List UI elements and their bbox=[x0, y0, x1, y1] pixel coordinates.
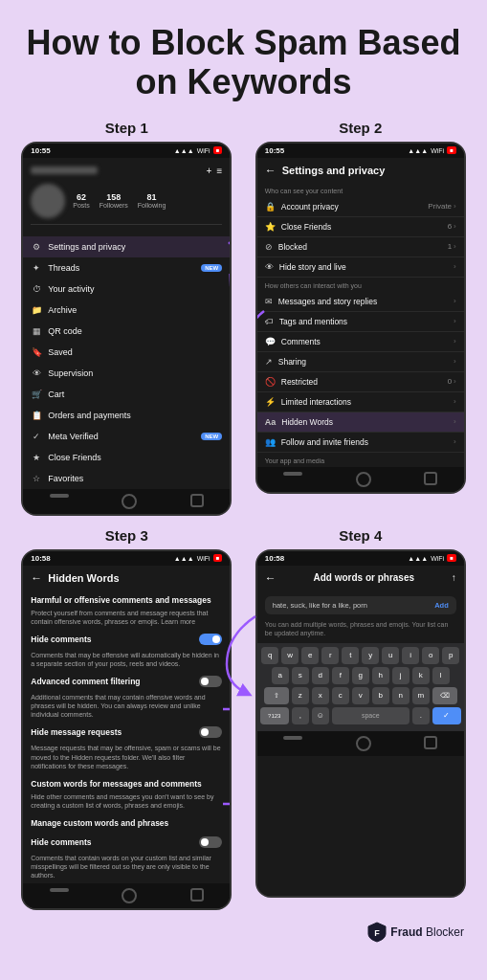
keywords-input[interactable]: hate, suck, like for a like, porn Add bbox=[265, 596, 456, 614]
hide-requests-lbl: Hide message requests bbox=[31, 727, 122, 737]
step4-label: Step 4 bbox=[339, 527, 382, 544]
key-period[interactable]: . bbox=[412, 707, 430, 724]
add-icon[interactable]: + bbox=[207, 166, 212, 176]
messages-item[interactable]: ✉ Messages and story replies › bbox=[257, 292, 464, 312]
kb-row-3: ⇧ z x c v b n m ⌫ bbox=[260, 687, 461, 704]
advanced-row: Advanced comment filtering bbox=[23, 672, 230, 691]
hide-requests-toggle[interactable] bbox=[199, 726, 222, 738]
back-arrow-4[interactable]: ← bbox=[265, 571, 277, 585]
key-numbers[interactable]: ?123 bbox=[260, 707, 289, 724]
key-x[interactable]: x bbox=[312, 687, 329, 704]
menu-archive[interactable]: 📁 Archive bbox=[23, 300, 230, 321]
nav-home-3[interactable] bbox=[122, 888, 137, 903]
restricted-icon: 🚫 bbox=[265, 377, 276, 387]
step2-phone: 10:55 ▲▲▲ WiFi ■ ← Settings and privacy … bbox=[255, 142, 466, 494]
menu-supervision-left: 👁 Supervision bbox=[31, 368, 93, 379]
key-backspace[interactable]: ⌫ bbox=[432, 687, 457, 704]
nav-home-4[interactable] bbox=[356, 736, 371, 751]
hide-comments2-toggle[interactable] bbox=[199, 836, 222, 848]
hide-story-item[interactable]: 👁 Hide story and live › bbox=[257, 257, 464, 278]
blocked-item[interactable]: ⊘ Blocked 1 › bbox=[257, 237, 464, 257]
key-m[interactable]: m bbox=[412, 687, 430, 704]
menu-settings[interactable]: ⚙ Settings and privacy bbox=[23, 236, 230, 257]
nav-recents[interactable] bbox=[190, 494, 204, 507]
hidden-words-item[interactable]: Aa Hidden Words › bbox=[257, 412, 464, 433]
hide-comments2-desc: Comments that contain words on your cust… bbox=[23, 852, 230, 883]
nav-home-2[interactable] bbox=[356, 472, 371, 487]
key-d[interactable]: d bbox=[312, 667, 329, 684]
key-e[interactable]: e bbox=[301, 647, 319, 664]
nav-recents-3[interactable] bbox=[190, 888, 204, 902]
key-l[interactable]: l bbox=[432, 667, 450, 684]
menu-meta-left: ✓ Meta Verified bbox=[31, 431, 99, 442]
key-z[interactable]: z bbox=[292, 687, 309, 704]
menu-meta[interactable]: ✓ Meta Verified NEW bbox=[23, 426, 230, 447]
blocked-val: 1 bbox=[448, 242, 452, 251]
account-privacy-item[interactable]: 🔒 Account privacy Private › bbox=[257, 197, 464, 217]
manage-link[interactable]: Manage custom words and phrases bbox=[23, 813, 230, 833]
key-a[interactable]: a bbox=[272, 667, 289, 684]
nav-back-2[interactable] bbox=[283, 472, 302, 476]
limited-item[interactable]: ⚡ Limited interactions › bbox=[257, 392, 464, 412]
back-arrow-2[interactable]: ← bbox=[265, 164, 277, 177]
add-button[interactable]: Add bbox=[434, 601, 449, 610]
tags-item[interactable]: 🏷 Tags and mentions › bbox=[257, 312, 464, 332]
menu-qr[interactable]: ▦ QR code bbox=[23, 321, 230, 342]
key-comma[interactable]: , bbox=[292, 707, 309, 724]
key-o[interactable]: o bbox=[422, 647, 439, 664]
profile-section: + ≡ 62 Posts 158 bbox=[23, 158, 230, 236]
back-arrow-3[interactable]: ← bbox=[31, 571, 42, 585]
restricted-item[interactable]: 🚫 Restricted 0 › bbox=[257, 372, 464, 392]
menu-activity[interactable]: ⏱ Your activity bbox=[23, 278, 230, 300]
key-w[interactable]: w bbox=[281, 647, 299, 664]
menu-icon[interactable]: ≡ bbox=[216, 166, 222, 176]
key-j[interactable]: j bbox=[392, 667, 410, 684]
comments-item[interactable]: 💬 Comments › bbox=[257, 332, 464, 352]
status-bar-1: 10:55 ▲▲▲ WiFi ■ bbox=[23, 144, 230, 158]
key-p[interactable]: p bbox=[442, 647, 459, 664]
menu-favorites[interactable]: ☆ Favorites bbox=[23, 468, 230, 489]
key-t[interactable]: t bbox=[342, 647, 359, 664]
key-s[interactable]: s bbox=[292, 667, 309, 684]
key-n[interactable]: n bbox=[392, 687, 410, 704]
key-i[interactable]: i bbox=[402, 647, 419, 664]
key-done[interactable]: ✓ bbox=[432, 707, 461, 724]
key-f[interactable]: f bbox=[332, 667, 349, 684]
posts-stat: 62 Posts bbox=[73, 192, 90, 209]
key-u[interactable]: u bbox=[382, 647, 399, 664]
menu-orders[interactable]: 📋 Orders and payments bbox=[23, 405, 230, 426]
nav-back-3[interactable] bbox=[50, 888, 69, 892]
menu-close-friends[interactable]: ★ Close Friends bbox=[23, 447, 230, 468]
menu-cart[interactable]: 🛒 Cart bbox=[23, 384, 230, 405]
sharing-left: ↗ Sharing bbox=[265, 357, 306, 367]
share-icon[interactable]: ↑ bbox=[452, 572, 456, 583]
signal-icon-2: ▲▲▲ bbox=[408, 147, 428, 154]
nav-back[interactable] bbox=[50, 494, 69, 498]
follow-item[interactable]: 👥 Follow and invite friends › bbox=[257, 433, 464, 453]
key-k[interactable]: k bbox=[412, 667, 430, 684]
key-v[interactable]: v bbox=[352, 687, 369, 704]
key-g[interactable]: g bbox=[352, 667, 369, 684]
menu-threads[interactable]: ✦ Threads NEW bbox=[23, 257, 230, 278]
nav-back-4[interactable] bbox=[283, 736, 302, 740]
nav-recents-2[interactable] bbox=[424, 472, 437, 485]
hide-comments-desc: Comments that may be offensive will auto… bbox=[23, 649, 230, 672]
key-space[interactable]: space bbox=[332, 707, 410, 724]
wifi-icon-2: WiFi bbox=[431, 147, 444, 154]
advanced-desc: Additional comments that may contain off… bbox=[23, 691, 230, 723]
menu-saved[interactable]: 🔖 Saved bbox=[23, 342, 230, 363]
key-h[interactable]: h bbox=[372, 667, 389, 684]
menu-supervision[interactable]: 👁 Supervision bbox=[23, 363, 230, 384]
add-words-header: ← Add words or phrases ↑ bbox=[257, 566, 464, 590]
close-friends-item[interactable]: ⭐ Close Friends 6 › bbox=[257, 217, 464, 237]
nav-home[interactable] bbox=[122, 494, 137, 509]
key-y[interactable]: y bbox=[362, 647, 379, 664]
key-emoji[interactable]: ☺ bbox=[312, 707, 329, 724]
key-r[interactable]: r bbox=[321, 647, 339, 664]
sharing-item[interactable]: ↗ Sharing › bbox=[257, 352, 464, 372]
key-shift[interactable]: ⇧ bbox=[264, 687, 289, 704]
nav-bar-1 bbox=[23, 489, 230, 514]
nav-recents-4[interactable] bbox=[424, 736, 437, 749]
key-c[interactable]: c bbox=[332, 687, 349, 704]
key-b[interactable]: b bbox=[372, 687, 389, 704]
